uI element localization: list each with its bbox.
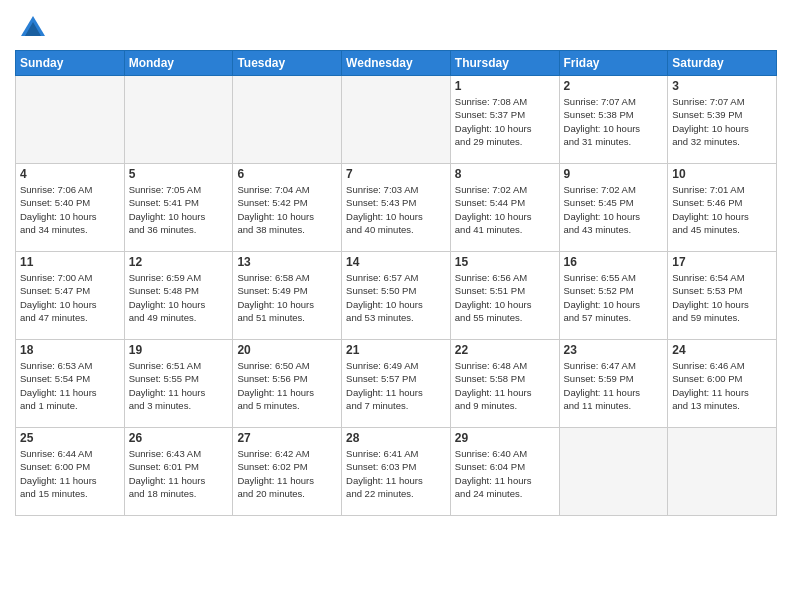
day-info: Sunrise: 6:42 AM Sunset: 6:02 PM Dayligh… — [237, 447, 337, 500]
day-number: 2 — [564, 79, 664, 93]
day-info: Sunrise: 7:01 AM Sunset: 5:46 PM Dayligh… — [672, 183, 772, 236]
calendar-header-row: SundayMondayTuesdayWednesdayThursdayFrid… — [16, 51, 777, 76]
calendar-cell: 6Sunrise: 7:04 AM Sunset: 5:42 PM Daylig… — [233, 164, 342, 252]
day-number: 22 — [455, 343, 555, 357]
day-info: Sunrise: 7:07 AM Sunset: 5:38 PM Dayligh… — [564, 95, 664, 148]
calendar-cell: 20Sunrise: 6:50 AM Sunset: 5:56 PM Dayli… — [233, 340, 342, 428]
calendar-cell: 2Sunrise: 7:07 AM Sunset: 5:38 PM Daylig… — [559, 76, 668, 164]
day-number: 6 — [237, 167, 337, 181]
calendar-header-saturday: Saturday — [668, 51, 777, 76]
day-number: 24 — [672, 343, 772, 357]
day-info: Sunrise: 6:43 AM Sunset: 6:01 PM Dayligh… — [129, 447, 229, 500]
day-number: 28 — [346, 431, 446, 445]
calendar-cell: 28Sunrise: 6:41 AM Sunset: 6:03 PM Dayli… — [342, 428, 451, 516]
day-info: Sunrise: 6:46 AM Sunset: 6:00 PM Dayligh… — [672, 359, 772, 412]
calendar-cell: 14Sunrise: 6:57 AM Sunset: 5:50 PM Dayli… — [342, 252, 451, 340]
calendar-cell: 29Sunrise: 6:40 AM Sunset: 6:04 PM Dayli… — [450, 428, 559, 516]
day-info: Sunrise: 7:08 AM Sunset: 5:37 PM Dayligh… — [455, 95, 555, 148]
calendar-cell: 11Sunrise: 7:00 AM Sunset: 5:47 PM Dayli… — [16, 252, 125, 340]
calendar-cell — [233, 76, 342, 164]
day-info: Sunrise: 6:50 AM Sunset: 5:56 PM Dayligh… — [237, 359, 337, 412]
day-info: Sunrise: 7:07 AM Sunset: 5:39 PM Dayligh… — [672, 95, 772, 148]
calendar-week-row: 4Sunrise: 7:06 AM Sunset: 5:40 PM Daylig… — [16, 164, 777, 252]
calendar-header-friday: Friday — [559, 51, 668, 76]
calendar-cell: 19Sunrise: 6:51 AM Sunset: 5:55 PM Dayli… — [124, 340, 233, 428]
calendar-cell: 3Sunrise: 7:07 AM Sunset: 5:39 PM Daylig… — [668, 76, 777, 164]
calendar-cell — [16, 76, 125, 164]
day-info: Sunrise: 6:49 AM Sunset: 5:57 PM Dayligh… — [346, 359, 446, 412]
calendar-week-row: 1Sunrise: 7:08 AM Sunset: 5:37 PM Daylig… — [16, 76, 777, 164]
day-number: 26 — [129, 431, 229, 445]
day-number: 16 — [564, 255, 664, 269]
day-info: Sunrise: 6:51 AM Sunset: 5:55 PM Dayligh… — [129, 359, 229, 412]
day-number: 27 — [237, 431, 337, 445]
day-info: Sunrise: 7:02 AM Sunset: 5:45 PM Dayligh… — [564, 183, 664, 236]
day-number: 5 — [129, 167, 229, 181]
calendar-cell: 15Sunrise: 6:56 AM Sunset: 5:51 PM Dayli… — [450, 252, 559, 340]
calendar-cell: 4Sunrise: 7:06 AM Sunset: 5:40 PM Daylig… — [16, 164, 125, 252]
day-info: Sunrise: 6:41 AM Sunset: 6:03 PM Dayligh… — [346, 447, 446, 500]
day-info: Sunrise: 7:03 AM Sunset: 5:43 PM Dayligh… — [346, 183, 446, 236]
calendar-cell: 23Sunrise: 6:47 AM Sunset: 5:59 PM Dayli… — [559, 340, 668, 428]
day-info: Sunrise: 6:47 AM Sunset: 5:59 PM Dayligh… — [564, 359, 664, 412]
day-number: 17 — [672, 255, 772, 269]
calendar-cell: 5Sunrise: 7:05 AM Sunset: 5:41 PM Daylig… — [124, 164, 233, 252]
calendar-cell — [668, 428, 777, 516]
day-number: 15 — [455, 255, 555, 269]
calendar-cell: 7Sunrise: 7:03 AM Sunset: 5:43 PM Daylig… — [342, 164, 451, 252]
day-info: Sunrise: 6:56 AM Sunset: 5:51 PM Dayligh… — [455, 271, 555, 324]
calendar: SundayMondayTuesdayWednesdayThursdayFrid… — [15, 50, 777, 516]
day-info: Sunrise: 6:48 AM Sunset: 5:58 PM Dayligh… — [455, 359, 555, 412]
day-info: Sunrise: 7:00 AM Sunset: 5:47 PM Dayligh… — [20, 271, 120, 324]
day-info: Sunrise: 6:58 AM Sunset: 5:49 PM Dayligh… — [237, 271, 337, 324]
calendar-cell: 8Sunrise: 7:02 AM Sunset: 5:44 PM Daylig… — [450, 164, 559, 252]
calendar-cell: 25Sunrise: 6:44 AM Sunset: 6:00 PM Dayli… — [16, 428, 125, 516]
calendar-cell — [559, 428, 668, 516]
day-number: 3 — [672, 79, 772, 93]
calendar-header-wednesday: Wednesday — [342, 51, 451, 76]
day-number: 9 — [564, 167, 664, 181]
day-number: 11 — [20, 255, 120, 269]
calendar-cell: 26Sunrise: 6:43 AM Sunset: 6:01 PM Dayli… — [124, 428, 233, 516]
calendar-cell: 12Sunrise: 6:59 AM Sunset: 5:48 PM Dayli… — [124, 252, 233, 340]
day-number: 10 — [672, 167, 772, 181]
calendar-cell: 1Sunrise: 7:08 AM Sunset: 5:37 PM Daylig… — [450, 76, 559, 164]
day-info: Sunrise: 6:59 AM Sunset: 5:48 PM Dayligh… — [129, 271, 229, 324]
header — [15, 10, 777, 42]
day-number: 8 — [455, 167, 555, 181]
logo — [15, 14, 47, 42]
day-number: 13 — [237, 255, 337, 269]
calendar-cell: 10Sunrise: 7:01 AM Sunset: 5:46 PM Dayli… — [668, 164, 777, 252]
calendar-cell: 9Sunrise: 7:02 AM Sunset: 5:45 PM Daylig… — [559, 164, 668, 252]
calendar-cell: 22Sunrise: 6:48 AM Sunset: 5:58 PM Dayli… — [450, 340, 559, 428]
day-info: Sunrise: 6:54 AM Sunset: 5:53 PM Dayligh… — [672, 271, 772, 324]
day-number: 21 — [346, 343, 446, 357]
calendar-cell: 21Sunrise: 6:49 AM Sunset: 5:57 PM Dayli… — [342, 340, 451, 428]
day-info: Sunrise: 7:04 AM Sunset: 5:42 PM Dayligh… — [237, 183, 337, 236]
day-number: 7 — [346, 167, 446, 181]
day-info: Sunrise: 6:44 AM Sunset: 6:00 PM Dayligh… — [20, 447, 120, 500]
calendar-week-row: 25Sunrise: 6:44 AM Sunset: 6:00 PM Dayli… — [16, 428, 777, 516]
day-number: 12 — [129, 255, 229, 269]
calendar-cell: 13Sunrise: 6:58 AM Sunset: 5:49 PM Dayli… — [233, 252, 342, 340]
day-info: Sunrise: 7:05 AM Sunset: 5:41 PM Dayligh… — [129, 183, 229, 236]
day-number: 23 — [564, 343, 664, 357]
day-number: 19 — [129, 343, 229, 357]
day-number: 14 — [346, 255, 446, 269]
calendar-header-sunday: Sunday — [16, 51, 125, 76]
day-info: Sunrise: 6:55 AM Sunset: 5:52 PM Dayligh… — [564, 271, 664, 324]
day-info: Sunrise: 7:02 AM Sunset: 5:44 PM Dayligh… — [455, 183, 555, 236]
calendar-header-monday: Monday — [124, 51, 233, 76]
calendar-week-row: 11Sunrise: 7:00 AM Sunset: 5:47 PM Dayli… — [16, 252, 777, 340]
day-info: Sunrise: 6:53 AM Sunset: 5:54 PM Dayligh… — [20, 359, 120, 412]
calendar-cell: 16Sunrise: 6:55 AM Sunset: 5:52 PM Dayli… — [559, 252, 668, 340]
day-number: 18 — [20, 343, 120, 357]
calendar-cell: 24Sunrise: 6:46 AM Sunset: 6:00 PM Dayli… — [668, 340, 777, 428]
day-number: 25 — [20, 431, 120, 445]
calendar-header-thursday: Thursday — [450, 51, 559, 76]
calendar-header-tuesday: Tuesday — [233, 51, 342, 76]
logo-icon — [19, 14, 47, 42]
day-number: 1 — [455, 79, 555, 93]
calendar-cell: 17Sunrise: 6:54 AM Sunset: 5:53 PM Dayli… — [668, 252, 777, 340]
calendar-week-row: 18Sunrise: 6:53 AM Sunset: 5:54 PM Dayli… — [16, 340, 777, 428]
